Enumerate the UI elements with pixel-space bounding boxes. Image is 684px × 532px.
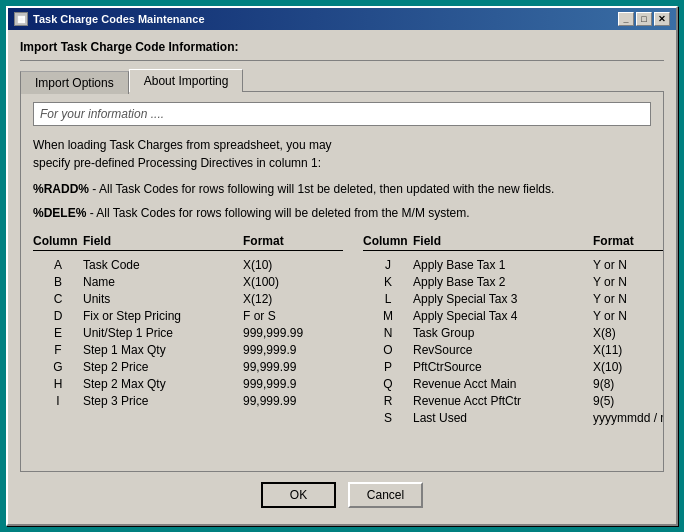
left-col-header-field: Field [83, 234, 243, 251]
table-cell: J [363, 257, 413, 273]
table-cell: 999,999.9 [243, 342, 343, 358]
table-cell: Step 2 Price [83, 359, 243, 375]
table-cell: Y or N [593, 308, 664, 324]
table-row: GStep 2 Price99,999.99 [33, 359, 343, 375]
table-row: JApply Base Tax 1Y or N [363, 257, 664, 273]
directive2: %DELE% - All Task Codes for rows followi… [33, 204, 651, 222]
directive1-text: - All Task Codes for rows following will… [89, 182, 554, 196]
right-col-header-field: Field [413, 234, 593, 251]
window-icon: ▦ [14, 12, 28, 26]
table-cell: Step 3 Price [83, 393, 243, 409]
table-row: KApply Base Tax 2Y or N [363, 274, 664, 290]
description: When loading Task Charges from spreadshe… [33, 136, 651, 172]
table-cell: Apply Special Tax 4 [413, 308, 593, 324]
directive2-text: - All Task Codes for rows following will… [86, 206, 469, 220]
table-cell: K [363, 274, 413, 290]
description-line1: When loading Task Charges from spreadshe… [33, 138, 332, 152]
table-cell: F [33, 342, 83, 358]
close-button[interactable]: ✕ [654, 12, 670, 26]
table-row: IStep 3 Price99,999.99 [33, 393, 343, 409]
table-cell: Revenue Acct PftCtr [413, 393, 593, 409]
table-cell: Last Used [413, 410, 593, 426]
left-col-header-format: Format [243, 234, 343, 251]
directive2-code: %DELE% [33, 206, 86, 220]
tab-about-importing[interactable]: About Importing [129, 69, 244, 92]
table-cell: N [363, 325, 413, 341]
table-cell: Apply Base Tax 2 [413, 274, 593, 290]
table-cell: M [363, 308, 413, 324]
table-cell: Revenue Acct Main [413, 376, 593, 392]
directive1-code: %RADD% [33, 182, 89, 196]
description-line2: specify pre-defined Processing Directive… [33, 156, 321, 170]
table-row: QRevenue Acct Main9(8) [363, 376, 664, 392]
footer: OK Cancel [20, 472, 664, 514]
table-cell: 99,999.99 [243, 393, 343, 409]
table-cell: R [363, 393, 413, 409]
table-row: RRevenue Acct PftCtr9(5) [363, 393, 664, 409]
table-cell: F or S [243, 308, 343, 324]
table-row: ATask CodeX(10) [33, 257, 343, 273]
table-cell: Unit/Step 1 Price [83, 325, 243, 341]
table-cell: Task Group [413, 325, 593, 341]
table-cell: Name [83, 274, 243, 290]
table-row: PPftCtrSourceX(10) [363, 359, 664, 375]
title-bar: ▦ Task Charge Codes Maintenance _ □ ✕ [8, 8, 676, 30]
table-cell: E [33, 325, 83, 341]
table-cell: B [33, 274, 83, 290]
title-bar-left: ▦ Task Charge Codes Maintenance [14, 12, 205, 26]
table-cell: S [363, 410, 413, 426]
tab-import-options[interactable]: Import Options [20, 71, 129, 94]
table-row: HStep 2 Max Qty999,999.9 [33, 376, 343, 392]
table-row: EUnit/Step 1 Price999,999.99 [33, 325, 343, 341]
table-cell: X(100) [243, 274, 343, 290]
info-text: For your information .... [40, 107, 164, 121]
table-cell: 9(5) [593, 393, 664, 409]
main-window: ▦ Task Charge Codes Maintenance _ □ ✕ Im… [6, 6, 678, 526]
table-cell: Task Code [83, 257, 243, 273]
table-cell: Y or N [593, 291, 664, 307]
table-cell: C [33, 291, 83, 307]
table-row: CUnitsX(12) [33, 291, 343, 307]
table-cell: 99,999.99 [243, 359, 343, 375]
tab-content: For your information .... When loading T… [20, 91, 664, 472]
directive1: %RADD% - All Task Codes for rows followi… [33, 180, 651, 198]
table-cell: L [363, 291, 413, 307]
table-cell: D [33, 308, 83, 324]
table-row: BNameX(100) [33, 274, 343, 290]
table-cell: H [33, 376, 83, 392]
table-cell: I [33, 393, 83, 409]
table-row: FStep 1 Max Qty999,999.9 [33, 342, 343, 358]
table-cell: Step 2 Max Qty [83, 376, 243, 392]
table-cell: Apply Special Tax 3 [413, 291, 593, 307]
ok-button[interactable]: OK [261, 482, 336, 508]
left-table-body: ATask CodeX(10)BNameX(100)CUnitsX(12)DFi… [33, 257, 343, 409]
table-row: LApply Special Tax 3Y or N [363, 291, 664, 307]
info-box: For your information .... [33, 102, 651, 126]
table-cell: Y or N [593, 274, 664, 290]
right-col-header-format: Format [593, 234, 664, 251]
window-body: Import Task Charge Code Information: Imp… [8, 30, 676, 524]
right-table-header-row: Column Field Format [363, 234, 664, 253]
table-cell: G [33, 359, 83, 375]
table-cell: Y or N [593, 257, 664, 273]
title-buttons: _ □ ✕ [618, 12, 670, 26]
cancel-button[interactable]: Cancel [348, 482, 423, 508]
left-col-header-column: Column [33, 234, 83, 251]
table-cell: Q [363, 376, 413, 392]
table-cell: X(11) [593, 342, 664, 358]
table-cell: Fix or Step Pricing [83, 308, 243, 324]
section-header: Import Task Charge Code Information: [20, 40, 664, 54]
minimize-button[interactable]: _ [618, 12, 634, 26]
table-row: MApply Special Tax 4Y or N [363, 308, 664, 324]
window-title: Task Charge Codes Maintenance [33, 13, 205, 25]
table-cell: P [363, 359, 413, 375]
table-row: DFix or Step PricingF or S [33, 308, 343, 324]
maximize-button[interactable]: □ [636, 12, 652, 26]
right-col-header-column: Column [363, 234, 413, 251]
table-row: NTask GroupX(8) [363, 325, 664, 341]
table-cell: X(12) [243, 291, 343, 307]
table-cell: yyyymmdd / mmddyy [593, 410, 664, 426]
table-cell: PftCtrSource [413, 359, 593, 375]
header-divider [20, 60, 664, 61]
table-cell: RevSource [413, 342, 593, 358]
